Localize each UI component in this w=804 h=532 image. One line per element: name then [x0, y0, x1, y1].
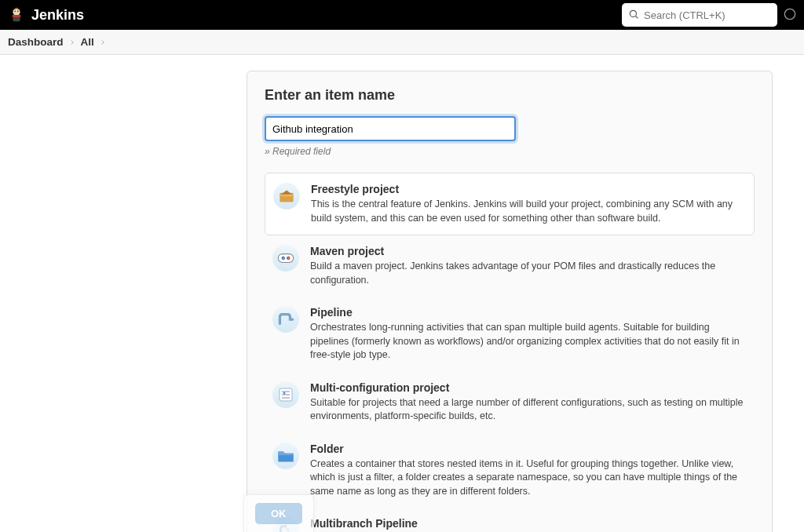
new-item-card: Enter an item name » Required field Free… — [247, 71, 773, 532]
chevron-right-icon — [99, 38, 107, 46]
header-bar: Jenkins — [0, 0, 804, 30]
item-type-desc: This is the central feature of Jenkins. … — [311, 198, 746, 225]
svg-point-3 — [14, 11, 16, 13]
svg-point-4 — [17, 11, 19, 13]
item-type-desc: Creates a container that stores nested i… — [310, 457, 747, 499]
svg-line-6 — [636, 16, 638, 18]
item-type-multibranch[interactable]: Multibranch Pipeline Creates a set of Pi… — [265, 508, 755, 532]
item-type-pipeline[interactable]: Pipeline Orchestrates long-running activ… — [265, 297, 755, 372]
svg-rect-2 — [13, 15, 21, 17]
item-type-multiconfig[interactable]: Multi-configuration project Suitable for… — [265, 372, 755, 433]
svg-rect-10 — [278, 254, 294, 263]
item-type-title: Multi-configuration project — [310, 381, 747, 394]
item-type-title: Pipeline — [310, 306, 747, 319]
item-name-input[interactable] — [265, 116, 516, 141]
item-type-title: Multibranch Pipeline — [310, 517, 696, 530]
required-hint: » Required field — [265, 146, 755, 157]
item-type-desc: Orchestrates long-running activities tha… — [310, 321, 747, 363]
svg-point-19 — [283, 392, 286, 394]
item-type-title: Folder — [310, 443, 747, 455]
item-type-title: Freestyle project — [311, 183, 746, 195]
brand-title: Jenkins — [31, 7, 84, 24]
search-box[interactable] — [622, 3, 777, 27]
folder-icon — [272, 443, 299, 469]
page-title: Enter an item name — [265, 87, 755, 104]
multiconfig-icon — [272, 381, 299, 408]
item-type-freestyle[interactable]: Freestyle project This is the central fe… — [265, 173, 755, 235]
breadcrumb: Dashboard All — [0, 30, 804, 55]
svg-point-7 — [784, 9, 795, 19]
svg-point-5 — [630, 10, 636, 16]
svg-point-0 — [13, 9, 20, 16]
help-icon[interactable] — [784, 8, 796, 23]
breadcrumb-dashboard[interactable]: Dashboard — [8, 36, 64, 48]
item-type-folder[interactable]: Folder Creates a container that stores n… — [265, 433, 755, 508]
search-input[interactable] — [644, 9, 776, 21]
chevron-right-icon — [68, 38, 76, 46]
jenkins-logo-icon — [8, 6, 25, 24]
item-type-desc: Suitable for projects that need a large … — [310, 396, 747, 424]
item-type-title: Maven project — [310, 245, 747, 257]
svg-point-14 — [288, 257, 289, 258]
ok-button[interactable]: OK — [255, 503, 302, 524]
item-types-list: Freestyle project This is the central fe… — [265, 173, 755, 532]
brand[interactable]: Jenkins — [8, 6, 84, 24]
search-icon — [628, 9, 639, 22]
freestyle-icon — [273, 183, 300, 210]
svg-point-13 — [283, 257, 283, 258]
ok-float-panel: OK — [243, 494, 314, 532]
item-type-maven[interactable]: Maven project Build a maven project. Jen… — [265, 235, 755, 297]
svg-rect-9 — [280, 195, 293, 196]
main-content: Enter an item name » Required field Free… — [0, 55, 804, 532]
item-type-desc: Build a maven project. Jenkins takes adv… — [310, 260, 747, 287]
maven-icon — [272, 245, 299, 271]
pipeline-icon — [272, 306, 299, 333]
breadcrumb-all[interactable]: All — [81, 36, 94, 48]
